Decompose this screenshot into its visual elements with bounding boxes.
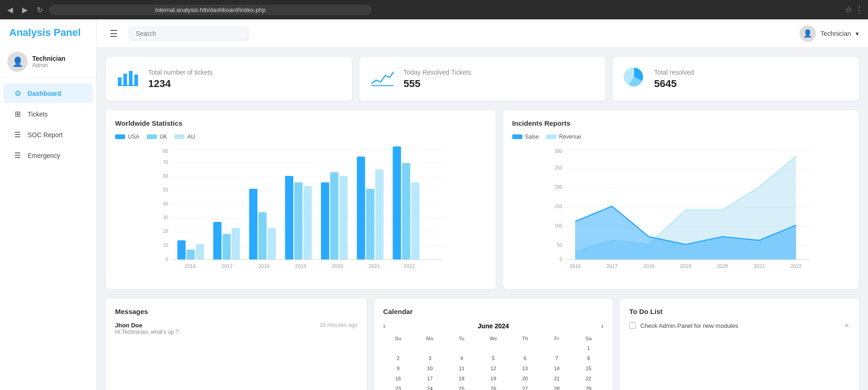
forward-button[interactable]: ▶ [19, 4, 30, 16]
cal-day-empty [446, 344, 476, 352]
dashboard-icon: ⊙ [13, 89, 22, 98]
cal-day-7[interactable]: 7 [542, 354, 572, 362]
msg-sender: Jhon Doe [115, 322, 142, 329]
svg-text:2016: 2016 [569, 263, 580, 269]
sidebar-item-emergency[interactable]: ☰ Emergency [4, 146, 93, 165]
msg-text: Hi Technician, what's up ? [115, 329, 358, 335]
todo-text-0: Check Admin Panel for new modules [640, 322, 738, 329]
sidebar-item-label-tickets: Tickets [28, 111, 48, 118]
legend-label-au: AU [187, 134, 195, 140]
svg-rect-36 [303, 186, 312, 260]
cal-day-19[interactable]: 19 [478, 374, 508, 383]
svg-rect-27 [196, 244, 204, 260]
todo-close-button-0[interactable]: ✕ [844, 322, 850, 329]
cal-day-8[interactable]: 8 [573, 354, 603, 362]
cal-day-20[interactable]: 20 [510, 374, 540, 383]
back-button[interactable]: ◀ [5, 4, 16, 16]
cal-day-17[interactable]: 17 [415, 374, 445, 383]
user-dropdown-button[interactable]: 👤 Technician ▾ [799, 25, 859, 42]
svg-text:2022: 2022 [790, 263, 801, 269]
svg-text:30: 30 [163, 215, 168, 220]
sidebar-item-label-soc-report: SOC Report [28, 131, 63, 139]
cal-day-14[interactable]: 14 [542, 364, 572, 373]
svg-text:250: 250 [555, 165, 562, 170]
cal-day-empty [510, 344, 540, 352]
cal-header-fr: Fr [542, 335, 572, 342]
legend-label-uk: UK [160, 134, 168, 140]
sidebar: Analysis Panel 👤 Technician Admin ⊙ Dash… [0, 19, 97, 390]
cal-day-11[interactable]: 11 [446, 364, 476, 373]
cal-day-28[interactable]: 28 [542, 384, 572, 390]
bar-chart-icon [117, 67, 139, 91]
cal-day-15[interactable]: 15 [573, 364, 603, 373]
cal-day-5[interactable]: 5 [478, 354, 508, 362]
search-input[interactable] [129, 27, 249, 41]
cal-day-3[interactable]: 3 [415, 354, 445, 362]
browser-chrome: ◀ ▶ ↻ ☆⋮ [0, 0, 868, 19]
sidebar-nav: ⊙ Dashboard ⊞ Tickets ☰ SOC Report ☰ Eme… [0, 78, 96, 171]
cal-day-empty [415, 344, 445, 352]
todo-checkbox-0[interactable] [629, 322, 636, 329]
svg-text:200: 200 [555, 185, 562, 190]
svg-text:2018: 2018 [258, 263, 269, 269]
topbar-avatar: 👤 [799, 25, 816, 42]
legend-revenue: Revenue [546, 134, 581, 140]
stat-value-today-resolved: 555 [404, 78, 471, 90]
cal-day-12[interactable]: 12 [478, 364, 508, 373]
sidebar-item-tickets[interactable]: ⊞ Tickets [4, 104, 93, 124]
messages-card: Messages Jhon Doe 15 minutes ago Hi Tech… [106, 298, 367, 390]
cal-day-25[interactable]: 25 [446, 384, 476, 390]
address-bar[interactable] [49, 5, 371, 15]
svg-rect-0 [118, 77, 122, 86]
cal-day-23[interactable]: 23 [383, 384, 413, 390]
cal-header-th: Th [510, 335, 540, 342]
sidebar-item-soc-report[interactable]: ☰ SOC Report [4, 125, 93, 145]
svg-rect-35 [294, 182, 302, 260]
topbar-user-label: Technician [821, 30, 851, 37]
cal-day-18[interactable]: 18 [446, 374, 476, 383]
legend-au: AU [174, 134, 195, 140]
dashboard-body: Total number of tickets 1234 Today Resol… [97, 48, 868, 390]
avatar: 👤 [7, 52, 28, 72]
hamburger-button[interactable]: ☰ [106, 26, 122, 41]
cal-day-9[interactable]: 9 [383, 364, 413, 373]
cal-day-4[interactable]: 4 [446, 354, 476, 362]
cal-day-29[interactable]: 29 [573, 384, 603, 390]
svg-text:20: 20 [163, 229, 168, 234]
calendar-month-label: June 2024 [478, 322, 509, 330]
pie-chart-icon [624, 66, 645, 92]
refresh-button[interactable]: ↻ [34, 4, 46, 16]
worldwide-chart-title: Worldwide Statistics [115, 119, 486, 127]
calendar-prev-button[interactable]: ‹ [383, 322, 386, 330]
svg-rect-32 [258, 212, 266, 260]
cal-day-empty [478, 344, 508, 352]
legend-label-salse: Salse [525, 134, 539, 140]
cal-day-24[interactable]: 24 [415, 384, 445, 390]
cal-day-22[interactable]: 22 [573, 374, 603, 383]
sidebar-item-label-dashboard: Dashboard [28, 90, 61, 97]
cal-day-13[interactable]: 13 [510, 364, 540, 373]
calendar-card: Calendar ‹ June 2024 › Su Mo Tu We Th Fr… [374, 298, 613, 390]
cal-day-6[interactable]: 6 [510, 354, 540, 362]
stat-value-total-tickets: 1234 [148, 78, 213, 90]
svg-rect-40 [357, 157, 365, 260]
legend-uk: UK [147, 134, 168, 140]
cal-header-we: We [478, 335, 508, 342]
messages-title: Messages [115, 308, 358, 315]
stat-value-total-resolved: 5645 [654, 78, 694, 90]
cal-day-26[interactable]: 26 [478, 384, 508, 390]
cal-day-10[interactable]: 10 [415, 364, 445, 373]
svg-rect-31 [249, 189, 257, 260]
stat-cards: Total number of tickets 1234 Today Resol… [106, 57, 859, 101]
todo-title: To Do List [629, 308, 850, 315]
sidebar-item-dashboard[interactable]: ⊙ Dashboard [4, 83, 93, 103]
cal-day-2[interactable]: 2 [383, 354, 413, 362]
svg-rect-45 [411, 182, 419, 260]
app-container: Analysis Panel 👤 Technician Admin ⊙ Dash… [0, 19, 868, 390]
cal-day-1[interactable]: 1 [573, 344, 603, 352]
svg-rect-29 [222, 234, 231, 260]
cal-day-21[interactable]: 21 [542, 374, 572, 383]
calendar-next-button[interactable]: › [601, 322, 603, 330]
cal-day-27[interactable]: 27 [510, 384, 540, 390]
cal-day-16[interactable]: 16 [383, 374, 413, 383]
